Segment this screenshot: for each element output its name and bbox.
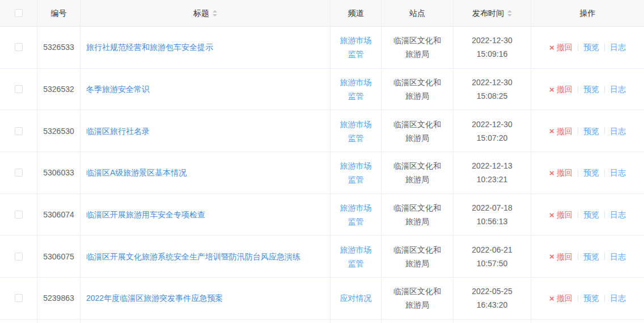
preview-link[interactable]: 预览 xyxy=(583,166,599,179)
row-site: 临淄区文化和旅游局 xyxy=(392,75,443,103)
x-mark-icon: × xyxy=(549,169,554,177)
log-link[interactable]: 日志 xyxy=(610,250,626,263)
row-title-cell: 临淄区旅行社名录 xyxy=(80,110,331,152)
preview-link[interactable]: 预览 xyxy=(583,40,599,54)
row-title-link[interactable]: 临淄区A级旅游景区基本情况 xyxy=(86,166,187,179)
action-divider xyxy=(578,44,578,51)
log-link[interactable]: 日志 xyxy=(610,208,626,221)
row-channel-link[interactable]: 旅游市场监管 xyxy=(338,201,374,228)
withdraw-button[interactable]: × 撤回 xyxy=(549,250,573,263)
row-actions-cell: × 撤回 预览 日志 xyxy=(531,194,644,236)
action-divider xyxy=(578,169,578,177)
row-actions-cell: × 撤回 预览 日志 xyxy=(531,69,644,110)
withdraw-label: 撤回 xyxy=(557,124,573,138)
row-channel-link[interactable]: 旅游市场监管 xyxy=(338,243,374,270)
withdraw-label: 撤回 xyxy=(557,40,573,54)
log-link[interactable]: 日志 xyxy=(610,166,626,179)
row-title-link[interactable]: 临淄区开展文化旅游系统安全生产培训暨防汛防台风应急演练 xyxy=(86,250,300,263)
header-actions-label: 操作 xyxy=(580,6,596,20)
row-site-cell: 临淄区文化和旅游局 xyxy=(382,110,454,152)
select-all-checkbox[interactable] xyxy=(15,9,23,17)
row-checkbox[interactable] xyxy=(15,253,23,261)
withdraw-button[interactable]: × 撤回 xyxy=(549,124,573,138)
sort-descending-icon[interactable] xyxy=(213,14,217,16)
row-channel-link[interactable]: 旅游市场监管 xyxy=(338,75,374,103)
row-checkbox-cell xyxy=(0,69,37,110)
log-link[interactable]: 日志 xyxy=(610,124,626,138)
row-checkbox[interactable] xyxy=(15,294,23,302)
row-channel-cell: 旅游市场监管 xyxy=(331,27,382,68)
row-checkbox[interactable] xyxy=(15,211,23,219)
content-table: 编号 标题 频道 站点 发布时间 操作 xyxy=(0,0,644,323)
withdraw-button[interactable]: × 撤回 xyxy=(549,166,573,179)
row-channel-cell: 旅游市场监管 xyxy=(331,110,382,152)
withdraw-button[interactable]: × 撤回 xyxy=(549,291,573,305)
table-row-partial xyxy=(0,320,644,323)
row-id: 5326530 xyxy=(37,110,80,152)
row-site-cell: 临淄区文化和旅游局 xyxy=(382,194,454,236)
row-site-cell: 临淄区文化和旅游局 xyxy=(382,152,454,194)
row-checkbox[interactable] xyxy=(15,43,23,51)
action-divider xyxy=(604,169,605,177)
row-actions-cell: × 撤回 预览 日志 xyxy=(531,110,644,152)
header-publish-time-label: 发布时间 xyxy=(472,6,504,20)
header-publish-time[interactable]: 发布时间 xyxy=(454,0,531,26)
log-link[interactable]: 日志 xyxy=(610,291,626,305)
sort-caret-publish-time[interactable] xyxy=(507,10,512,16)
row-channel-link[interactable]: 旅游市场监管 xyxy=(338,118,374,145)
action-divider xyxy=(578,127,578,135)
withdraw-label: 撤回 xyxy=(557,250,573,263)
action-divider xyxy=(604,295,605,302)
sort-ascending-icon[interactable] xyxy=(213,10,217,12)
header-actions: 操作 xyxy=(531,0,644,26)
sort-ascending-icon[interactable] xyxy=(507,10,512,12)
row-publish-time: 2022-07-18 10:56:13 xyxy=(454,194,531,236)
withdraw-label: 撤回 xyxy=(557,291,573,305)
row-checkbox[interactable] xyxy=(15,85,23,93)
header-title[interactable]: 标题 xyxy=(80,0,331,26)
row-checkbox-cell xyxy=(0,110,37,152)
row-title-link[interactable]: 2022年度临淄区旅游突发事件应急预案 xyxy=(86,291,223,305)
withdraw-button[interactable]: × 撤回 xyxy=(549,40,573,54)
action-divider xyxy=(578,211,578,219)
row-title-cell: 临淄区开展旅游用车安全专项检查 xyxy=(80,194,331,236)
table-row: 5326533 旅行社规范经营和旅游包车安全提示 旅游市场监管 临淄区文化和旅游… xyxy=(0,27,644,69)
preview-link[interactable]: 预览 xyxy=(583,208,599,221)
action-divider xyxy=(578,86,578,93)
preview-link[interactable]: 预览 xyxy=(583,291,599,305)
row-title-link[interactable]: 临淄区开展旅游用车安全专项检查 xyxy=(86,208,205,221)
row-channel-link[interactable]: 旅游市场监管 xyxy=(338,159,374,186)
sort-caret-title[interactable] xyxy=(213,10,217,16)
row-publish-time: 2022-12-30 15:08:25 xyxy=(454,69,531,110)
row-checkbox[interactable] xyxy=(15,127,23,135)
row-publish-time: 2022-12-30 15:09:16 xyxy=(454,27,531,68)
header-site-label: 站点 xyxy=(409,6,425,20)
action-divider xyxy=(604,86,605,93)
row-checkbox-cell xyxy=(0,278,37,319)
row-site: 临淄区文化和旅游局 xyxy=(392,284,443,312)
row-publish-time: 2022-12-30 15:07:20 xyxy=(454,110,531,152)
table-row: 5326530 临淄区旅行社名录 旅游市场监管 临淄区文化和旅游局 2022-1… xyxy=(0,110,644,152)
row-checkbox[interactable] xyxy=(15,169,23,177)
row-site-cell: 临淄区文化和旅游局 xyxy=(382,278,454,319)
row-channel-link[interactable]: 旅游市场监管 xyxy=(338,33,374,61)
sort-descending-icon[interactable] xyxy=(507,14,512,16)
row-title-link[interactable]: 旅行社规范经营和旅游包车安全提示 xyxy=(86,40,213,54)
preview-link[interactable]: 预览 xyxy=(583,250,599,263)
row-channel-cell: 应对情况 xyxy=(331,278,382,319)
preview-link[interactable]: 预览 xyxy=(583,124,599,138)
header-channel-label: 频道 xyxy=(348,6,364,20)
withdraw-button[interactable]: × 撤回 xyxy=(549,208,573,221)
preview-link[interactable]: 预览 xyxy=(583,82,599,96)
action-divider xyxy=(604,44,605,51)
row-channel-link[interactable]: 应对情况 xyxy=(340,291,372,305)
log-link[interactable]: 日志 xyxy=(610,40,626,54)
log-link[interactable]: 日志 xyxy=(610,82,626,96)
row-site: 临淄区文化和旅游局 xyxy=(392,243,443,270)
withdraw-label: 撤回 xyxy=(557,208,573,221)
row-title-link[interactable]: 冬季旅游安全常识 xyxy=(86,82,150,96)
withdraw-button[interactable]: × 撤回 xyxy=(549,82,573,96)
row-title-link[interactable]: 临淄区旅行社名录 xyxy=(86,124,150,138)
withdraw-label: 撤回 xyxy=(557,82,573,96)
row-site: 临淄区文化和旅游局 xyxy=(392,118,443,145)
